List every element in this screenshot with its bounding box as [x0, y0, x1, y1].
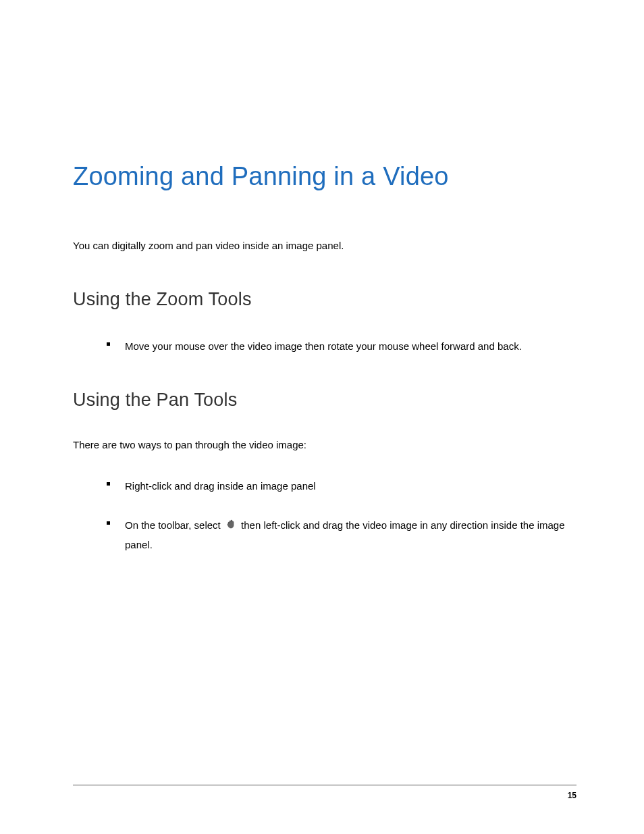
zoom-list: Move your mouse over the video image the… [73, 337, 576, 357]
page-number: 15 [568, 791, 576, 800]
list-text: Right-click and drag inside an image pan… [125, 477, 316, 496]
hand-icon [225, 517, 236, 536]
intro-paragraph: You can digitally zoom and pan video ins… [73, 238, 576, 254]
bullet-icon [107, 342, 110, 346]
pan-list: Right-click and drag inside an image pan… [73, 477, 576, 555]
list-item: Right-click and drag inside an image pan… [107, 477, 576, 496]
page-title: Zooming and Panning in a Video [73, 162, 576, 191]
bullet-icon [107, 521, 110, 525]
pan-section-heading: Using the Pan Tools [73, 390, 576, 411]
list-item: Move your mouse over the video image the… [107, 337, 576, 357]
list-text: Move your mouse over the video image the… [125, 337, 522, 357]
zoom-section-heading: Using the Zoom Tools [73, 289, 576, 310]
document-page: Zooming and Panning in a Video You can d… [0, 0, 644, 555]
text-before-icon: On the toolbar, select [125, 519, 223, 531]
list-text: On the toolbar, select then left-click a… [125, 516, 576, 555]
bullet-icon [107, 482, 110, 486]
list-item: On the toolbar, select then left-click a… [107, 516, 576, 555]
pan-intro-paragraph: There are two ways to pan through the vi… [73, 438, 576, 453]
footer-divider [73, 785, 576, 785]
